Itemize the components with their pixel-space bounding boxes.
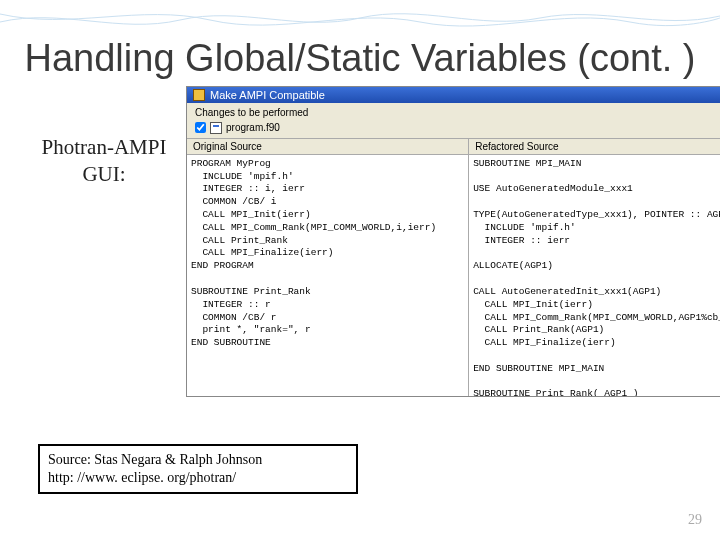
left-label: Photran-AMPI GUI: bbox=[34, 86, 174, 189]
original-source-pane: Original Source PROGRAM MyProg INCLUDE '… bbox=[187, 139, 469, 396]
file-icon bbox=[210, 122, 222, 134]
decorative-swirl bbox=[0, 0, 720, 38]
file-row[interactable]: program.f90 bbox=[187, 120, 720, 138]
source-line1: Source: Stas Negara & Ralph Johnson bbox=[48, 451, 348, 469]
file-checkbox[interactable] bbox=[195, 122, 206, 133]
dialog-title: Make AMPI Compatible bbox=[210, 89, 325, 101]
dialog-icon bbox=[193, 89, 205, 101]
file-name: program.f90 bbox=[226, 122, 280, 133]
refactored-source-header: Refactored Source bbox=[469, 139, 720, 155]
refactored-source-pane: Refactored Source SUBROUTINE MPI_MAIN US… bbox=[469, 139, 720, 396]
slide-number: 29 bbox=[688, 512, 702, 528]
original-source-header: Original Source bbox=[187, 139, 468, 155]
source-attribution-box: Source: Stas Negara & Ralph Johnson http… bbox=[38, 444, 358, 494]
source-line2: http: //www. eclipse. org/photran/ bbox=[48, 469, 348, 487]
changes-section-label: Changes to be performed bbox=[187, 103, 720, 120]
slide-title: Handling Global/Static Variables (cont. … bbox=[0, 38, 720, 80]
refactored-source-code: SUBROUTINE MPI_MAIN USE AutoGeneratedMod… bbox=[469, 155, 720, 396]
original-source-code: PROGRAM MyProg INCLUDE 'mpif.h' INTEGER … bbox=[187, 155, 468, 353]
ampi-dialog: Make AMPI Compatible Changes to be perfo… bbox=[186, 86, 720, 397]
dialog-titlebar: Make AMPI Compatible bbox=[187, 87, 720, 103]
